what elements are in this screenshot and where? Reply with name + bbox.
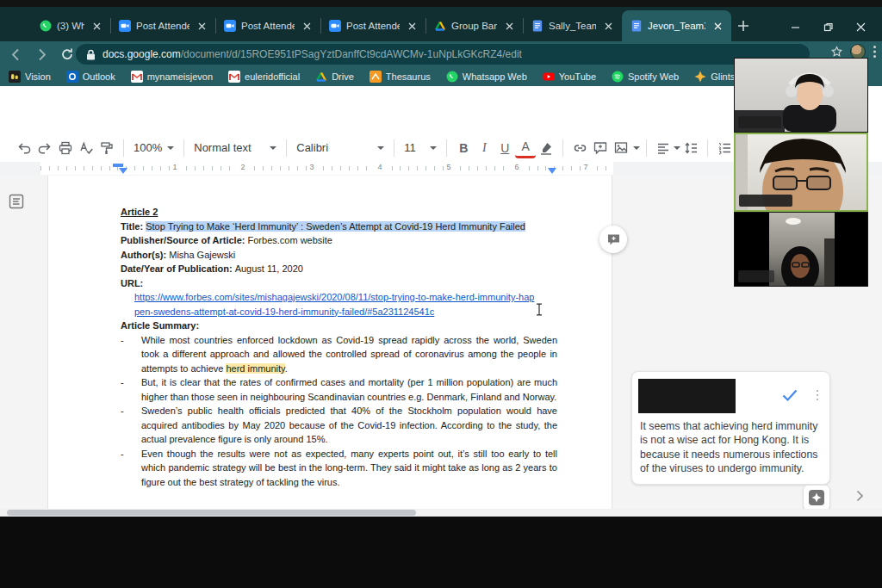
browser-menu-icon[interactable] — [873, 45, 877, 59]
glints-icon — [694, 71, 706, 83]
bookmark-vision[interactable]: Vision — [9, 71, 51, 83]
tab-group-banda[interactable]: Group Banda - Go — [425, 10, 523, 41]
docs-icon — [531, 20, 543, 32]
insert-image-icon[interactable] — [611, 138, 631, 158]
screenshare-letterbox — [0, 517, 882, 588]
window-restore-button[interactable] — [811, 14, 844, 40]
document-text[interactable]: Article 2 Title: Stop Trying to Make ‘He… — [121, 205, 557, 489]
left-indent-marker[interactable] — [119, 168, 127, 174]
drive-icon — [315, 71, 327, 83]
article-url-link[interactable]: https://www.forbes.com/sites/mishagajews… — [134, 290, 557, 305]
tab-jevon-doc-active[interactable]: Jevon_TeamX (As — [622, 10, 731, 41]
thesaurus-icon — [370, 71, 382, 83]
youtube-icon — [543, 71, 555, 83]
article-url-link[interactable]: pen-swedens-attempt-at-covid-19-herd-imm… — [134, 305, 557, 319]
back-icon[interactable] — [5, 44, 26, 65]
participant-video-1[interactable] — [734, 58, 868, 133]
align-icon[interactable] — [653, 138, 674, 158]
chevron-down-icon[interactable] — [633, 146, 640, 150]
tab-close-icon[interactable] — [90, 19, 103, 33]
redo-icon[interactable] — [34, 138, 55, 158]
tab-sally-doc[interactable]: Sally_TeamX (As W — [523, 10, 622, 41]
tab-close-icon[interactable] — [502, 19, 516, 33]
extension-icon[interactable] — [830, 46, 843, 59]
bookmark-whatsapp-web[interactable]: Whatsapp Web — [446, 71, 527, 83]
bullet-marker: - — [121, 375, 141, 404]
tab-zoom-1[interactable]: Post Attendee - Z — [110, 10, 215, 41]
paragraph-style-select[interactable]: Normal text — [190, 141, 280, 154]
italic-button[interactable]: I — [474, 138, 494, 158]
right-indent-marker[interactable] — [548, 168, 556, 174]
tab-zoom-3[interactable]: Post Attendee - Z — [320, 10, 425, 41]
bullet-text: . — [285, 363, 288, 374]
chevron-down-icon[interactable] — [674, 146, 680, 150]
horizontal-scrollbar-thumb[interactable] — [7, 510, 416, 516]
undo-icon[interactable] — [14, 138, 34, 158]
first-line-indent-marker[interactable] — [113, 164, 123, 167]
ruler-number: 3 — [307, 163, 317, 171]
bookmark-outlook[interactable]: Outlook — [66, 71, 115, 83]
tab-title: Group Banda - Go — [451, 21, 497, 31]
print-icon[interactable] — [55, 138, 76, 158]
tab-close-icon[interactable] — [300, 19, 314, 33]
insert-link-icon[interactable] — [569, 138, 590, 158]
field-label: Date/Year of Publication: — [121, 263, 235, 274]
add-comment-button[interactable] — [599, 226, 627, 253]
bookmark-spotify[interactable]: Spotify Web — [612, 71, 679, 83]
paint-format-icon[interactable] — [96, 138, 117, 158]
resolve-comment-icon[interactable] — [780, 386, 799, 405]
bookmark-label: Vision — [25, 71, 51, 82]
address-bar[interactable]: docs.google.com/document/d/15ROE951tPSag… — [76, 44, 810, 65]
font-size-select[interactable]: 11 — [401, 141, 440, 154]
font-select[interactable]: Calibri — [293, 141, 388, 154]
summary-bullet-4: - Even though the results were not as ex… — [121, 447, 557, 490]
comment-menu-icon[interactable] — [811, 386, 823, 405]
chevron-right-icon[interactable] — [853, 489, 866, 503]
drive-icon — [434, 20, 446, 32]
tab-close-icon[interactable] — [711, 19, 724, 33]
bullet-text: Even though the results were not as expe… — [141, 447, 557, 490]
bookmark-drive[interactable]: Drive — [315, 71, 354, 83]
tab-close-icon[interactable] — [601, 19, 615, 33]
comment-text: It seems that achieving herd immunity is… — [640, 419, 824, 476]
text-color-button[interactable]: A — [515, 138, 536, 158]
participant-video-3[interactable] — [734, 212, 868, 287]
bold-button[interactable]: B — [453, 138, 474, 158]
ruler-number: 6 — [512, 163, 522, 171]
tab-whatsapp[interactable]: (3) WhatsApp — [31, 10, 110, 41]
bookmark-gmail-1[interactable]: mynameisjevon — [131, 71, 213, 83]
summary-bullet-3: - Sweden’s public health officials predi… — [121, 404, 557, 447]
spell-check-icon[interactable] — [76, 138, 96, 158]
bookmark-glints[interactable]: Glints — [694, 71, 735, 83]
bookmark-label: YouTube — [559, 71, 596, 82]
tab-close-icon[interactable] — [405, 19, 419, 33]
highlight-color-icon[interactable] — [536, 138, 556, 158]
underline-button[interactable]: U — [494, 138, 515, 158]
document-outline-icon[interactable] — [8, 193, 25, 210]
bookmark-label: euleridofficial — [245, 71, 300, 82]
zoom-video-panel — [734, 58, 868, 287]
bookmark-label: mynameisjevon — [147, 71, 213, 82]
tab-close-icon[interactable] — [195, 19, 208, 33]
tab-zoom-2[interactable]: Post Attendee - Z — [215, 10, 320, 41]
comment-card[interactable]: It seems that achieving herd immunity is… — [631, 371, 830, 485]
window-minimize-button[interactable] — [779, 14, 811, 40]
zoom-select[interactable]: 100% — [130, 141, 177, 154]
add-comment-icon[interactable] — [590, 138, 611, 158]
numbered-list-icon[interactable] — [714, 138, 735, 158]
forward-icon[interactable] — [31, 44, 52, 65]
participant-3-name-label — [738, 270, 774, 282]
line-spacing-icon[interactable] — [680, 138, 701, 158]
window-close-button[interactable] — [844, 14, 877, 40]
ruler-number: 1 — [170, 163, 180, 171]
outlook-icon — [66, 71, 78, 83]
participant-video-2-active-speaker[interactable] — [734, 133, 868, 212]
bookmark-thesaurus[interactable]: Thesaurus — [370, 71, 431, 83]
field-label: Publisher/Source of Article: — [121, 235, 248, 245]
new-tab-button[interactable] — [735, 17, 752, 34]
reload-icon[interactable] — [57, 44, 78, 65]
explore-button[interactable] — [803, 485, 830, 511]
bookmark-youtube[interactable]: YouTube — [543, 71, 596, 83]
bookmark-gmail-2[interactable]: euleridofficial — [228, 71, 300, 83]
participant-1-name-label — [738, 116, 781, 128]
